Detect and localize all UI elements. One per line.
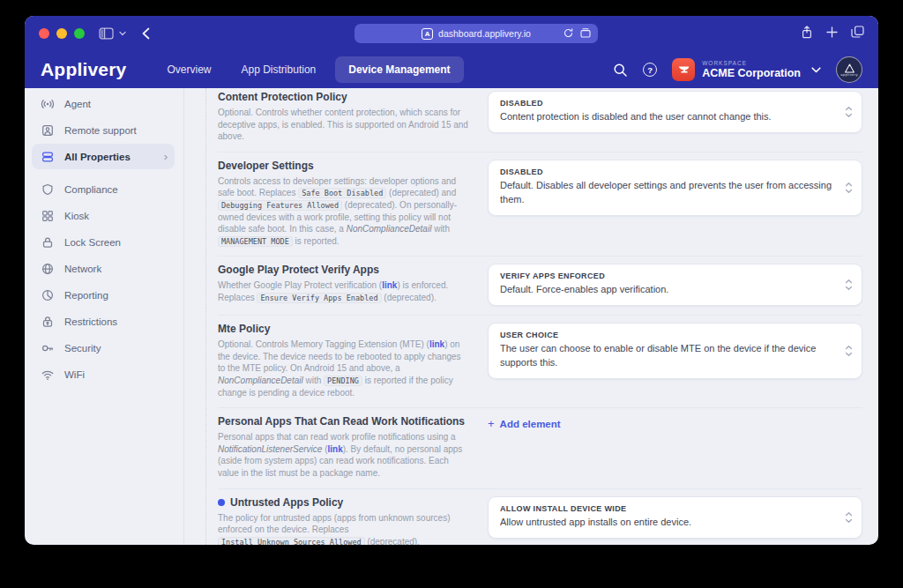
sidebar-item-remote-support[interactable]: Remote support bbox=[32, 117, 175, 143]
text-segment: Optional. Controls whether content prote… bbox=[218, 108, 468, 141]
search-icon[interactable] bbox=[613, 63, 628, 78]
network-icon bbox=[41, 262, 55, 276]
sidebar-item-network[interactable]: Network bbox=[32, 256, 175, 281]
help-icon[interactable]: ? bbox=[643, 63, 657, 77]
stepper-icon[interactable] bbox=[845, 510, 853, 524]
sidebar-item-security[interactable]: Security bbox=[32, 335, 175, 361]
remote-support-icon bbox=[41, 123, 55, 138]
sidebar-item-wifi[interactable]: WiFi bbox=[32, 361, 175, 387]
share-icon[interactable] bbox=[801, 26, 813, 42]
italic-term: NonComplianceDetail bbox=[347, 224, 432, 234]
policy-title: Untrusted Apps Policy bbox=[230, 496, 343, 509]
text-segment: The policy for untrusted apps (apps from… bbox=[218, 513, 450, 535]
policy-info: Google Play Protect Verify Apps Whether … bbox=[218, 264, 468, 303]
doc-link[interactable]: link bbox=[328, 444, 343, 454]
all-properties-icon bbox=[41, 150, 55, 164]
policy-control: USER CHOICE The user can choose to enabl… bbox=[488, 323, 862, 379]
browser-window: A dashboard.applivery.io bbox=[25, 16, 878, 545]
text-segment: The user can choose to enable or disable… bbox=[500, 343, 816, 368]
nav-tab-device-management[interactable]: Device Management bbox=[335, 56, 463, 83]
nav-tab-app-distribution[interactable]: App Distribution bbox=[231, 56, 327, 83]
sidebar-item-lock-screen[interactable]: Lock Screen bbox=[32, 229, 175, 255]
wifi-icon bbox=[41, 368, 55, 382]
close-button[interactable] bbox=[39, 28, 49, 39]
main-nav: OverviewApp DistributionDevice Managemen… bbox=[157, 56, 464, 83]
doc-link[interactable]: link bbox=[382, 280, 397, 290]
policy-select[interactable]: DISABLED Content protection is disabled … bbox=[488, 91, 862, 133]
text-segment: Default. Force-enables app verification. bbox=[500, 284, 668, 294]
code-chip: MANAGEMENT MODE bbox=[218, 236, 293, 247]
italic-term: NonComplianceDetail bbox=[218, 376, 303, 385]
text-segment: Optional. Controls Memory Tagging Extens… bbox=[218, 339, 429, 349]
workspace-chevron-icon bbox=[811, 67, 821, 73]
sidebar-item-agent[interactable]: Agent bbox=[32, 91, 175, 116]
text-segment: Allow untrusted app installs on entire d… bbox=[500, 517, 691, 527]
agent-icon bbox=[41, 97, 55, 111]
code-chip: Ensure Verify Apps Enabled bbox=[257, 293, 381, 303]
new-tab-button[interactable] bbox=[826, 26, 838, 41]
user-avatar[interactable]: applivery bbox=[836, 56, 862, 83]
reader-icon[interactable] bbox=[580, 28, 591, 40]
stepper-icon[interactable] bbox=[845, 345, 853, 358]
window-controls bbox=[39, 28, 85, 39]
sidebar-item-label: Lock Screen bbox=[64, 237, 121, 248]
workspace-name: ACME Corporation bbox=[702, 67, 801, 79]
select-value-description: Default. Force-enables app verification. bbox=[500, 283, 835, 297]
sidebar-item-all-properties[interactable]: All Properties › bbox=[32, 144, 175, 169]
stepper-icon[interactable] bbox=[845, 105, 853, 118]
policy-select[interactable]: ALLOW INSTALL DEVICE WIDE Allow untruste… bbox=[488, 496, 862, 539]
policy-info: Untrusted Apps Policy The policy for unt… bbox=[218, 496, 468, 545]
add-element-button[interactable]: + Add element bbox=[488, 418, 561, 429]
policy-select[interactable]: DISABLED Default. Disables all developer… bbox=[488, 160, 862, 216]
minimize-button[interactable] bbox=[56, 28, 67, 39]
policy-row: Developer Settings Controls access to de… bbox=[218, 153, 862, 257]
code-chip: Install Unknown Sources Allowed bbox=[218, 537, 365, 545]
address-bar[interactable]: A dashboard.applivery.io bbox=[354, 24, 598, 43]
stepper-icon[interactable] bbox=[845, 279, 853, 292]
app-header: Applivery OverviewApp DistributionDevice… bbox=[25, 51, 878, 88]
refresh-icon[interactable] bbox=[563, 28, 573, 40]
sidebar-item-reporting[interactable]: Reporting bbox=[32, 282, 175, 308]
text-segment: (deprecated). bbox=[382, 293, 437, 302]
policy-sidebar: Agent Remote support All Properties › Co… bbox=[25, 88, 184, 545]
italic-term: NotificationListenerService bbox=[218, 444, 322, 454]
sidebar-item-kiosk[interactable]: Kiosk bbox=[32, 203, 175, 228]
device-management-main: Agent Remote support All Properties › Co… bbox=[25, 88, 878, 545]
sidebar-item-restrictions[interactable]: Restrictions bbox=[32, 309, 175, 334]
site-favicon: A bbox=[422, 28, 433, 40]
select-value-description: The user can choose to enable or disable… bbox=[500, 342, 835, 370]
modified-dot bbox=[218, 499, 225, 506]
nav-tab-overview[interactable]: Overview bbox=[157, 56, 222, 83]
policy-row: Personal Apps That Can Read Work Notific… bbox=[218, 408, 862, 488]
policy-row: Untrusted Apps Policy The policy for unt… bbox=[218, 489, 862, 545]
sidebar-item-label: Agent bbox=[64, 99, 91, 109]
workspace-switcher[interactable]: WORKSPACE ACME Corporation bbox=[672, 58, 821, 81]
policy-list: Content Protection Policy Optional. Cont… bbox=[184, 88, 878, 545]
policy-select[interactable]: USER CHOICE The user can choose to enabl… bbox=[488, 323, 862, 379]
policy-title: Content Protection Policy bbox=[218, 91, 347, 103]
code-chip: Safe Boot Disabled bbox=[298, 188, 386, 198]
zoom-button[interactable] bbox=[74, 28, 85, 39]
select-value-description: Allow untrusted app installs on entire d… bbox=[500, 516, 835, 530]
sidebar-item-compliance[interactable]: Compliance bbox=[32, 176, 175, 202]
sidebar-toggle-icon[interactable] bbox=[99, 27, 114, 40]
tab-overview-icon[interactable] bbox=[851, 26, 864, 41]
select-value-description: Content protection is disabled and the u… bbox=[500, 110, 835, 124]
sidebar-item-label: Remote support bbox=[64, 125, 137, 136]
policy-info: Mte Policy Optional. Controls Memory Tag… bbox=[218, 323, 468, 398]
policy-description: Controls access to developer settings: d… bbox=[218, 175, 468, 248]
select-value-label: DISABLED bbox=[500, 167, 835, 176]
policy-info: Developer Settings Controls access to de… bbox=[218, 160, 468, 248]
policy-select[interactable]: VERIFY APPS ENFORCED Default. Force-enab… bbox=[488, 264, 862, 306]
doc-link[interactable]: link bbox=[429, 339, 444, 349]
stepper-icon[interactable] bbox=[845, 181, 853, 194]
policy-description: Personal apps that can read work profile… bbox=[218, 431, 468, 479]
policy-description: The policy for untrusted apps (apps from… bbox=[218, 512, 468, 545]
back-button[interactable] bbox=[142, 27, 150, 40]
policy-info: Content Protection Policy Optional. Cont… bbox=[218, 91, 468, 143]
avatar-brand-text: applivery bbox=[840, 72, 858, 77]
text-segment: Whether Google Play Protect verification… bbox=[218, 280, 382, 290]
chevron-down-icon[interactable] bbox=[119, 31, 126, 36]
sidebar-item-label: Security bbox=[64, 343, 101, 354]
policy-title: Personal Apps That Can Read Work Notific… bbox=[218, 415, 465, 428]
